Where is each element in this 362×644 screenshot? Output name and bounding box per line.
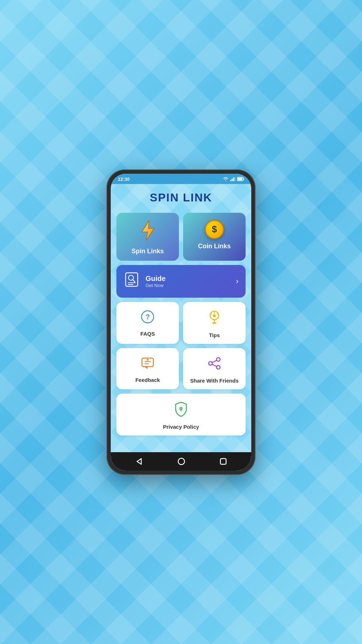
privacy-icon — [174, 401, 188, 420]
svg-point-27 — [216, 358, 220, 361]
status-bar: 12:30 — [111, 174, 251, 184]
feedback-card[interactable]: Feedback — [116, 348, 179, 389]
svg-rect-2 — [233, 178, 234, 181]
privacy-policy-card[interactable]: Privacy Policy — [116, 394, 246, 435]
signal-icon — [230, 177, 235, 181]
top-cards: Spin Links $ Coin Links — [116, 213, 246, 261]
battery-icon — [237, 177, 244, 181]
lightning-icon — [138, 220, 157, 244]
privacy-label: Privacy Policy — [163, 424, 199, 430]
svg-rect-1 — [232, 179, 233, 181]
svg-point-26 — [147, 359, 149, 361]
mid-cards-row1: ? FAQS — [116, 302, 246, 344]
spin-links-label: Spin Links — [131, 248, 164, 255]
phone-wrapper: 12:30 — [106, 169, 256, 475]
svg-rect-3 — [235, 177, 235, 181]
bottom-nav — [111, 452, 251, 471]
svg-line-10 — [133, 280, 135, 282]
svg-rect-36 — [220, 459, 226, 464]
svg-rect-5 — [238, 178, 242, 180]
svg-line-21 — [217, 314, 218, 314]
recent-button[interactable] — [219, 458, 227, 465]
status-icons — [223, 177, 244, 181]
phone-frame: 12:30 — [106, 169, 256, 475]
home-button[interactable] — [177, 457, 186, 466]
coin-links-card[interactable]: $ Coin Links — [183, 213, 246, 261]
faqs-card[interactable]: ? FAQS — [116, 302, 179, 344]
guide-card[interactable]: Guide Get Now › — [116, 265, 246, 298]
svg-marker-34 — [137, 459, 141, 464]
share-icon — [207, 356, 222, 374]
app-title: SPIN LINK — [116, 191, 246, 204]
tips-card[interactable]: Tips — [183, 302, 246, 344]
feedback-icon — [141, 356, 155, 373]
share-card[interactable]: Share With Friends — [183, 348, 246, 389]
svg-rect-6 — [243, 178, 244, 180]
coin-icon: $ — [205, 220, 224, 239]
feedback-label: Feedback — [135, 377, 160, 383]
tips-label: Tips — [209, 332, 220, 338]
guide-title: Guide — [146, 275, 230, 283]
status-time: 12:30 — [118, 177, 130, 182]
svg-point-22 — [213, 314, 216, 317]
faqs-label: FAQS — [141, 331, 155, 337]
svg-line-31 — [212, 364, 217, 366]
svg-point-29 — [216, 366, 220, 369]
svg-text:?: ? — [146, 313, 150, 321]
svg-point-35 — [178, 458, 185, 465]
coin-links-label: Coin Links — [198, 243, 231, 250]
faq-icon: ? — [141, 310, 155, 327]
wifi-icon — [223, 177, 229, 181]
back-button[interactable] — [135, 457, 143, 466]
svg-point-28 — [209, 362, 212, 365]
phone-screen: 12:30 — [111, 174, 251, 471]
share-label: Share With Friends — [190, 378, 239, 384]
svg-line-20 — [211, 314, 212, 314]
guide-book-icon — [124, 271, 140, 291]
mid-cards-row2: Feedback Share With Frie — [116, 348, 246, 389]
guide-arrow-icon: › — [236, 277, 238, 286]
guide-text: Guide Get Now — [146, 275, 230, 288]
spin-links-card[interactable]: Spin Links — [116, 213, 179, 261]
svg-rect-0 — [230, 180, 231, 181]
guide-subtitle: Get Now — [146, 283, 230, 288]
svg-line-30 — [212, 360, 217, 362]
svg-marker-7 — [142, 221, 154, 240]
app-content: SPIN LINK — [111, 184, 251, 452]
tips-icon — [207, 310, 221, 329]
